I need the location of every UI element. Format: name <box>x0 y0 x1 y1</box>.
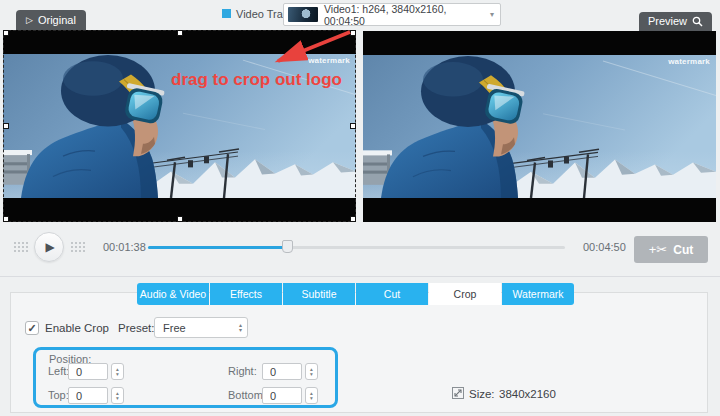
crop-right-input[interactable] <box>262 363 302 380</box>
letterbox-bottom <box>3 198 356 222</box>
size-label: Size: <box>469 388 495 400</box>
crop-left-stepper[interactable]: ▴▾ <box>111 363 124 380</box>
video-thumbnail <box>288 7 318 22</box>
left-label: Left: <box>48 365 69 377</box>
original-video-canvas[interactable]: watermark drag to crop out logo <box>3 30 356 222</box>
seek-slider[interactable] <box>148 240 565 254</box>
position-highlight-box: Position: Left: ▴▾ Right: ▴▾ Top: ▴▾ Bot… <box>33 347 338 408</box>
filmstrip-right-icon <box>69 240 86 254</box>
checkmark-icon: ✓ <box>26 322 38 334</box>
preview-label: Preview <box>648 12 687 31</box>
progress-fill <box>148 246 288 249</box>
crop-bottom-input[interactable] <box>262 387 302 404</box>
cut-button[interactable]: +✂ Cut <box>634 236 708 263</box>
watermark-overlay-text: watermark <box>308 56 350 65</box>
original-tab-label: Original <box>38 10 76 30</box>
skier-scene-image <box>363 55 716 198</box>
video-editor-window: ▷ Original Video Track: Video1: h264, 38… <box>0 0 720 416</box>
tab-subtitle[interactable]: Subtitle <box>283 283 355 305</box>
letterbox-bottom <box>363 198 716 222</box>
enable-crop-checkbox[interactable]: ✓ <box>25 321 39 335</box>
resize-icon <box>452 387 464 399</box>
tab-watermark[interactable]: Watermark <box>502 283 574 305</box>
play-outline-icon: ▷ <box>26 10 33 30</box>
chevron-down-icon: ▾ <box>490 10 494 19</box>
video-track-value: Video1: h264, 3840x2160, 00:04:50 <box>324 3 490 27</box>
scissors-icon: +✂ <box>649 242 667 257</box>
crop-bottom-stepper[interactable]: ▴▾ <box>305 387 318 404</box>
play-button[interactable]: ▶ <box>34 232 64 262</box>
right-label: Right: <box>228 365 257 377</box>
magnifier-icon <box>692 16 703 27</box>
filmstrip-left-icon <box>12 240 29 254</box>
progress-handle[interactable] <box>282 240 293 253</box>
settings-tab-bar: Audio & Video Effects Subtitle Cut Crop … <box>137 283 574 305</box>
total-time: 00:04:50 <box>583 241 626 253</box>
play-icon: ▶ <box>45 240 54 254</box>
enable-crop-label: Enable Crop <box>45 322 109 334</box>
bottom-label: Bottom: <box>228 389 266 401</box>
original-tab[interactable]: ▷ Original <box>16 10 86 30</box>
preset-value: Free <box>155 322 186 334</box>
section-divider <box>0 276 720 277</box>
crop-left-input[interactable] <box>68 363 108 380</box>
preview-button[interactable]: Preview <box>639 12 712 31</box>
annotation-text: drag to crop out logo <box>171 70 342 90</box>
crop-top-stepper[interactable]: ▴▾ <box>111 387 124 404</box>
preset-label: Preset: <box>118 322 154 334</box>
crop-right-stepper[interactable]: ▴▾ <box>305 363 318 380</box>
watermark-overlay-text: watermark <box>668 57 710 66</box>
letterbox-top <box>3 30 356 54</box>
cut-button-label: Cut <box>673 243 693 257</box>
tab-audio-video[interactable]: Audio & Video <box>137 283 209 305</box>
top-label: Top: <box>48 389 69 401</box>
preset-select[interactable]: Free ▴▾ <box>154 317 248 338</box>
tab-crop[interactable]: Crop <box>429 283 501 305</box>
current-time: 00:01:38 <box>103 241 146 253</box>
tab-effects[interactable]: Effects <box>210 283 282 305</box>
preview-video-picture: watermark <box>363 55 716 198</box>
preview-video-canvas: watermark <box>363 31 716 222</box>
size-value: 3840x2160 <box>499 388 556 400</box>
tab-cut[interactable]: Cut <box>356 283 428 305</box>
stepper-arrows-icon: ▴▾ <box>239 323 242 333</box>
video-track-select[interactable]: Video1: h264, 3840x2160, 00:04:50 ▾ <box>283 3 501 26</box>
letterbox-top <box>363 31 716 55</box>
video-track-icon <box>222 9 231 18</box>
crop-top-input[interactable] <box>68 387 108 404</box>
